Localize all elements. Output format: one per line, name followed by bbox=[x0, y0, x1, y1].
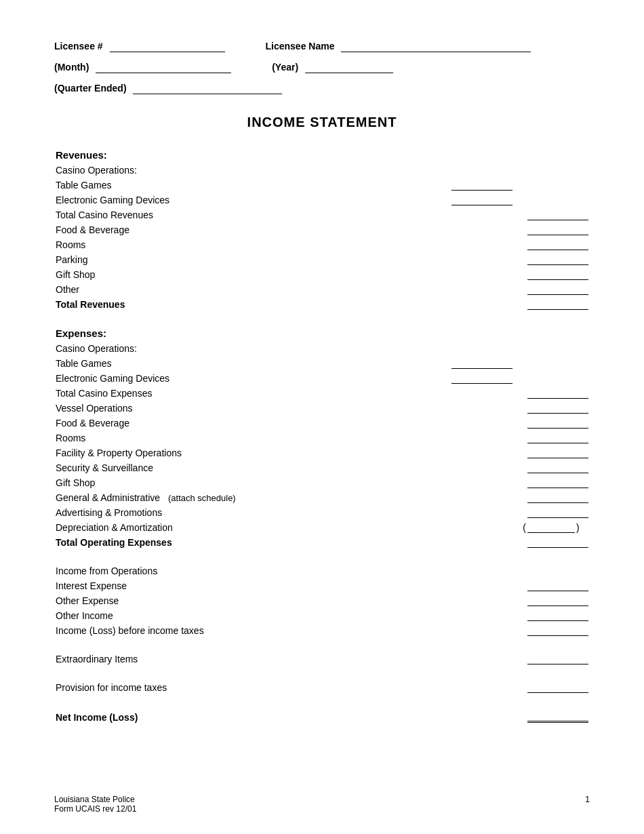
provision-label: Provision for income taxes bbox=[56, 682, 167, 693]
parking-rev-row: Parking bbox=[56, 253, 588, 266]
depreciation-value[interactable] bbox=[527, 522, 575, 533]
licensee-name-field[interactable]: Licensee Name bbox=[266, 41, 531, 52]
other-income-label: Other Income bbox=[56, 610, 113, 621]
licensee-number-input[interactable] bbox=[110, 41, 225, 52]
total-operating-row: Total Operating Expenses bbox=[56, 536, 588, 549]
advertising-row: Advertising & Promotions bbox=[56, 506, 588, 519]
rooms-exp-row: Rooms bbox=[56, 431, 588, 445]
month-field[interactable]: (Month) bbox=[54, 62, 231, 73]
table-games-exp-value[interactable] bbox=[451, 358, 512, 369]
other-rev-value[interactable] bbox=[527, 284, 588, 295]
parking-rev-label: Parking bbox=[56, 254, 87, 265]
rooms-rev-value[interactable] bbox=[527, 239, 588, 250]
electronic-gaming-rev-value[interactable] bbox=[451, 195, 512, 205]
footer-org-name: Louisiana State Police bbox=[54, 795, 136, 804]
net-income-value[interactable] bbox=[527, 711, 588, 723]
expenses-label: Expenses: bbox=[56, 327, 106, 339]
table-games-exp-label: Table Games bbox=[56, 358, 111, 369]
vessel-ops-value[interactable] bbox=[527, 403, 588, 414]
general-admin-label: General & Administrative bbox=[56, 492, 160, 503]
licensee-name-input[interactable] bbox=[341, 41, 531, 52]
year-input[interactable] bbox=[305, 62, 393, 73]
depreciation-row: Depreciation & Amortization ( ) bbox=[56, 521, 588, 534]
food-bev-rev-row: Food & Beverage bbox=[56, 223, 588, 237]
facility-prop-value[interactable] bbox=[527, 448, 588, 458]
vessel-ops-label: Vessel Operations bbox=[56, 403, 133, 414]
month-input[interactable] bbox=[96, 62, 231, 73]
depreciation-paren-open: ( bbox=[523, 522, 526, 533]
rooms-exp-value[interactable] bbox=[527, 433, 588, 443]
food-bev-rev-value[interactable] bbox=[527, 224, 588, 235]
revenues-header-row: Revenues: bbox=[56, 148, 588, 162]
table-games-exp-row: Table Games bbox=[56, 357, 588, 370]
interest-exp-value[interactable] bbox=[527, 580, 588, 591]
net-income-label: Net Income (Loss) bbox=[56, 712, 138, 723]
total-operating-value[interactable] bbox=[527, 537, 588, 548]
expenses-header-row: Expenses: bbox=[56, 326, 588, 340]
licensee-number-label: Licensee # bbox=[54, 41, 103, 52]
food-bev-exp-value[interactable] bbox=[527, 418, 588, 429]
total-casino-rev-value[interactable] bbox=[527, 210, 588, 220]
other-exp-label: Other Expense bbox=[56, 595, 119, 606]
advertising-value[interactable] bbox=[527, 507, 588, 518]
security-value[interactable] bbox=[527, 462, 588, 473]
table-games-rev-label: Table Games bbox=[56, 180, 111, 191]
other-income-value[interactable] bbox=[527, 610, 588, 621]
facility-prop-row: Facility & Property Operations bbox=[56, 446, 588, 460]
parking-rev-value[interactable] bbox=[527, 254, 588, 265]
quarter-label: (Quarter Ended) bbox=[54, 83, 127, 94]
electronic-gaming-rev-row: Electronic Gaming Devices bbox=[56, 193, 588, 207]
total-revenues-value[interactable] bbox=[527, 299, 588, 310]
depreciation-paren-close: ) bbox=[576, 522, 580, 533]
gift-shop-rev-value[interactable] bbox=[527, 269, 588, 280]
rooms-rev-label: Rooms bbox=[56, 239, 85, 250]
year-label: (Year) bbox=[272, 62, 298, 73]
total-operating-label: Total Operating Expenses bbox=[56, 537, 172, 548]
electronic-gaming-exp-row: Electronic Gaming Devices bbox=[56, 372, 588, 385]
provision-value[interactable] bbox=[527, 682, 588, 693]
footer-org: Louisiana State Police Form UCAIS rev 12… bbox=[54, 795, 136, 814]
other-rev-label: Other bbox=[56, 284, 79, 295]
general-admin-row: General & Administrative (attach schedul… bbox=[56, 491, 588, 504]
income-before-tax-value[interactable] bbox=[527, 625, 588, 636]
licensee-number-field[interactable]: Licensee # bbox=[54, 41, 225, 52]
attach-note: (attach schedule) bbox=[168, 493, 236, 503]
extraordinary-value[interactable] bbox=[527, 654, 588, 664]
total-casino-rev-row: Total Casino Revenues bbox=[56, 208, 588, 222]
page-title: INCOME STATEMENT bbox=[54, 115, 590, 130]
gift-shop-rev-label: Gift Shop bbox=[56, 269, 95, 280]
other-income-row: Other Income bbox=[56, 609, 588, 622]
total-revenues-row: Total Revenues bbox=[56, 298, 588, 311]
quarter-field[interactable]: (Quarter Ended) bbox=[54, 83, 282, 94]
rooms-rev-row: Rooms bbox=[56, 238, 588, 252]
interest-exp-label: Interest Expense bbox=[56, 580, 127, 591]
table-games-rev-row: Table Games bbox=[56, 178, 588, 192]
gift-shop-exp-value[interactable] bbox=[527, 477, 588, 488]
other-rev-row: Other bbox=[56, 283, 588, 296]
net-income-row: Net Income (Loss) bbox=[56, 709, 588, 724]
extraordinary-label: Extraordinary Items bbox=[56, 654, 138, 664]
income-statement-table: Revenues: Casino Operations: Table Games… bbox=[54, 146, 590, 726]
income-ops-label: Income from Operations bbox=[56, 565, 157, 576]
casino-ops-rev-row: Casino Operations: bbox=[56, 163, 588, 177]
income-ops-row: Income from Operations bbox=[56, 564, 588, 578]
income-before-tax-label: Income (Loss) before income taxes bbox=[56, 625, 204, 636]
year-field[interactable]: (Year) bbox=[272, 62, 393, 73]
electronic-gaming-exp-value[interactable] bbox=[451, 373, 512, 384]
advertising-label: Advertising & Promotions bbox=[56, 507, 162, 518]
footer: Louisiana State Police Form UCAIS rev 12… bbox=[54, 795, 590, 814]
gift-shop-rev-row: Gift Shop bbox=[56, 268, 588, 281]
food-bev-exp-row: Food & Beverage bbox=[56, 416, 588, 430]
security-label: Security & Surveillance bbox=[56, 462, 153, 473]
table-games-rev-value[interactable] bbox=[451, 180, 512, 191]
revenues-label: Revenues: bbox=[56, 149, 107, 161]
quarter-input[interactable] bbox=[133, 83, 282, 94]
facility-prop-label: Facility & Property Operations bbox=[56, 448, 182, 458]
vessel-ops-row: Vessel Operations bbox=[56, 401, 588, 415]
general-admin-value[interactable] bbox=[527, 492, 588, 503]
other-exp-value[interactable] bbox=[527, 595, 588, 606]
total-casino-exp-value[interactable] bbox=[527, 388, 588, 399]
gift-shop-exp-row: Gift Shop bbox=[56, 476, 588, 490]
footer-page: 1 bbox=[585, 795, 590, 814]
income-before-tax-row: Income (Loss) before income taxes bbox=[56, 624, 588, 637]
